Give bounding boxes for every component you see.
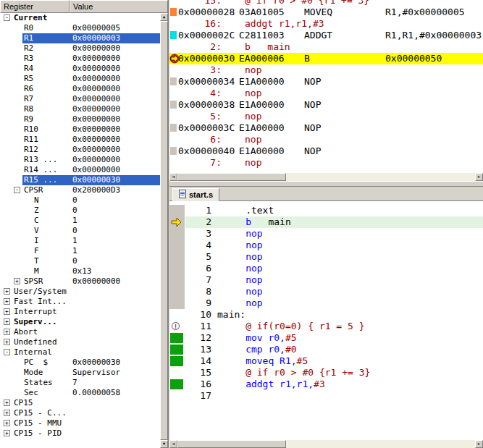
register-row-sec[interactable]: Sec0.00000058 [0,388,160,398]
register-row-cpsr[interactable]: -CPSR0x200000D3 [0,185,160,195]
register-row-r5[interactable]: R50x00000000 [0,74,160,84]
breakpoint-margin[interactable] [169,274,185,286]
gray-marker-icon[interactable] [170,147,177,155]
register-row-n[interactable]: N0 [0,195,160,206]
register-row-r14[interactable]: R14 ...0x00000000 [0,165,160,175]
register-row-cp15-mmu[interactable]: +CP15 - MMU [0,418,160,428]
breakpoint-margin[interactable]: ! [169,321,185,332]
register-row-r1[interactable]: R10x00000003 [0,33,160,43]
register-row-r13[interactable]: R13 ...0x00000000 [0,155,160,165]
register-row-r4[interactable]: R40x00000000 [0,64,160,74]
register-row-states[interactable]: States7 [0,378,160,388]
register-row-i[interactable]: I1 [0,236,160,246]
scroll-right-icon[interactable]: ► [475,173,483,181]
register-row-fast-int[interactable]: +Fast Int... [0,297,160,307]
breakpoint-margin[interactable] [169,297,185,309]
breakpoint-margin[interactable] [169,286,185,297]
source-editor[interactable]: 1 .text2 b main3 nop4 nop5 nop6 nop7 nop… [169,201,483,440]
breakpoint-margin[interactable] [169,344,185,355]
register-row-v[interactable]: V0 [0,226,160,236]
register-row-cp15[interactable]: +CP15 [0,398,160,408]
breakpoint-margin[interactable] [169,309,185,321]
register-row-r9[interactable]: R90x00000000 [0,114,160,124]
expand-icon[interactable]: + [4,318,10,325]
editor-line-13[interactable]: 13 cmp r0,#0 [169,344,483,355]
editor-line-17[interactable]: 17 [169,390,483,402]
register-row-m[interactable]: M0x13 [0,266,160,276]
register-row-r12[interactable]: R120x00000000 [0,145,160,155]
register-row-t[interactable]: T0 [0,256,160,266]
editor-line-8[interactable]: 8 nop [169,286,483,297]
disasm-source-line[interactable]: 16:addgt r1,r1,#3 [169,18,483,30]
breakpoint-margin[interactable] [169,367,185,379]
disasm-line-0x00000034[interactable]: 0x00000034E1A00000NOP [169,76,483,88]
expand-icon[interactable]: + [4,410,10,416]
register-row-mode[interactable]: ModeSupervisor [0,368,160,378]
register-row-r7[interactable]: R70x00000000 [0,94,160,104]
scroll-thumb[interactable] [160,21,168,440]
scroll-track[interactable] [286,173,475,181]
register-row-r8[interactable]: R80x00000000 [0,104,160,114]
breakpoint-margin[interactable] [169,228,185,240]
expand-icon[interactable]: + [4,288,10,295]
editor-line-10[interactable]: 10main: [169,309,483,321]
editor-line-5[interactable]: 5 nop [169,251,483,263]
disasm-source-line[interactable]: 4:nop [169,88,483,99]
editor-line-14[interactable]: 14 moveq R1,#5 [169,355,483,367]
expand-icon[interactable]: + [14,278,20,284]
disasm-line-0x00000038[interactable]: 0x00000038E1A00000NOP [169,99,483,111]
disasm-source-line[interactable]: 7:nop [169,157,483,169]
register-row-user-system[interactable]: +User/System [0,287,160,297]
register-row-interrupt[interactable]: +Interrupt [0,307,160,317]
register-row-r6[interactable]: R60x00000000 [0,84,160,94]
register-vertical-scrollbar[interactable]: ▲ ▼ [160,13,168,448]
breakpoint-margin[interactable] [169,205,185,216]
scroll-down-icon[interactable]: ▼ [160,440,168,448]
register-row-r2[interactable]: R20x00000000 [0,43,160,54]
cyan-marker-icon[interactable] [170,31,177,39]
register-row-r15[interactable]: R15 ...0x00000030 [0,175,160,185]
register-row-undefined[interactable]: +Undefined [0,337,160,347]
breakpoint-margin[interactable] [169,240,185,251]
disasm-source-line[interactable]: 5:nop [169,111,483,122]
disassembly-horizontal-scrollbar[interactable]: ◄ ► [169,173,483,181]
editor-line-15[interactable]: 15 @ if r0 > #0 {r1 += 3} [169,367,483,379]
gray-marker-icon[interactable] [170,77,177,85]
tab-start-s[interactable]: start.s [172,188,219,201]
register-row-r0[interactable]: R00x00000005 [0,23,160,33]
register-row-r10[interactable]: R100x00000000 [0,124,160,135]
disasm-line-0x00000040[interactable]: 0x00000040E1A00000NOP [169,145,483,157]
scroll-left-icon[interactable]: ◄ [169,173,177,181]
register-row-spsr[interactable]: +SPSR0x00000000 [0,276,160,287]
breakpoint-margin[interactable] [169,379,185,390]
editor-line-11[interactable]: !11 @ if(r0=0) { r1 = 5 } [169,321,483,332]
expand-icon[interactable]: + [4,400,10,406]
register-row-current[interactable]: -Current [0,13,160,23]
scroll-right-icon[interactable]: ► [475,440,483,448]
disasm-line-0x0000002C[interactable]: 0x0000002CC2811003ADDGTR1,R1,#0x00000003 [169,30,483,41]
editor-line-3[interactable]: 3 nop [169,228,483,240]
editor-line-6[interactable]: 6 nop [169,263,483,274]
expand-icon[interactable]: + [4,430,10,436]
expand-icon[interactable]: + [4,298,10,305]
scroll-thumb[interactable] [177,173,286,181]
editor-line-9[interactable]: 9 nop [169,297,483,309]
register-row-c[interactable]: C1 [0,216,160,226]
breakpoint-margin[interactable] [169,263,185,274]
disasm-source-line[interactable]: 6:nop [169,134,483,145]
disasm-line-0x0000003C[interactable]: 0x0000003CE1A00000NOP [169,122,483,134]
collapse-icon[interactable]: - [4,14,10,21]
gray-marker-icon[interactable] [170,101,177,109]
column-header-register[interactable]: Register [0,0,70,13]
register-row-superv[interactable]: +Superv... [0,317,160,327]
register-row-f[interactable]: F1 [0,246,160,256]
register-row-cp15-c[interactable]: +CP15 - C... [0,408,160,418]
expand-icon[interactable]: + [4,339,10,345]
disasm-source-line[interactable]: 2:b main [169,41,483,53]
register-row-pc[interactable]: PC $0x00000030 [0,358,160,368]
register-row-r11[interactable]: R110x00000000 [0,135,160,145]
breakpoint-margin[interactable] [169,216,185,228]
editor-line-12[interactable]: 12 mov r0,#5 [169,332,483,344]
scroll-track[interactable] [286,440,475,448]
expand-icon[interactable]: + [4,329,10,335]
